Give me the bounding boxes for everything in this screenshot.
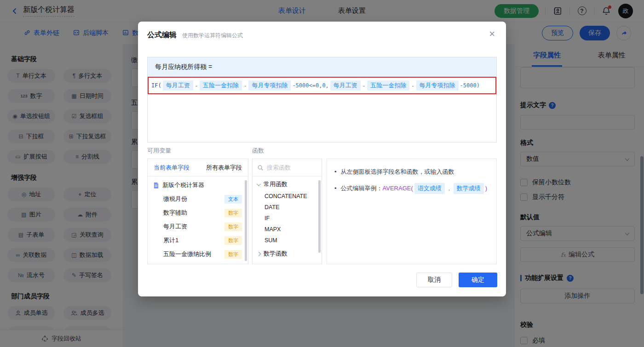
variable-field-row[interactable]: 数字辅助数字 xyxy=(148,206,248,220)
help-example-chip: 数学成绩 xyxy=(454,183,484,194)
formula-box: 每月应纳税所得额 = IF(每月工资-五险一金扣除-每月专项扣除-5000<=0… xyxy=(147,57,497,142)
function-item[interactable]: MAPX xyxy=(253,224,322,235)
variable-field-name: 缴税月份 xyxy=(163,195,187,203)
help-example-comma: ， xyxy=(446,184,452,193)
function-group-label: 数学函数 xyxy=(264,250,288,258)
close-icon[interactable] xyxy=(489,29,495,39)
variable-field-name: 五险一金缴纳比例 xyxy=(163,250,211,258)
available-variables-label: 可用变量 xyxy=(147,147,171,155)
formula-code-token: -5000) xyxy=(460,82,480,89)
help-tip-1: 从左侧面板选择字段名和函数，或输入函数 xyxy=(341,167,454,176)
variables-panel: 当前表单字段 所有表单字段 新版个税计算器 缴税月份文本数字辅助数字每月工资数字… xyxy=(147,159,248,264)
function-tree: 常用函数CONCATENATEDATEIFMAPXSUM数学函数文本函数 xyxy=(253,178,322,264)
help-panel: 从左侧面板选择字段名和函数，或输入函数 公式编辑举例： AVERAGE( 语文成… xyxy=(327,159,497,264)
variable-field-row[interactable]: 缴税月份文本 xyxy=(148,192,248,206)
function-item[interactable]: CONCATENATE xyxy=(253,191,322,202)
chevron-right-icon xyxy=(257,251,261,256)
variable-field-name: 数字辅助 xyxy=(163,209,187,217)
help-example-close: ) xyxy=(485,184,487,193)
function-group[interactable]: 文本函数 xyxy=(253,262,322,264)
chevron-down-icon xyxy=(257,182,261,186)
function-item[interactable]: IF xyxy=(253,213,322,224)
functions-label: 函数 xyxy=(252,147,264,155)
variable-tree-root[interactable]: 新版个税计算器 xyxy=(148,178,248,192)
field-type-badge: 数字 xyxy=(224,250,242,259)
functions-panel: 常用函数CONCATENATEDATEIFMAPXSUM数学函数文本函数 xyxy=(252,159,322,264)
modal-title: 公式编辑 xyxy=(147,30,177,40)
formula-code-token: IF( xyxy=(151,82,161,89)
function-item[interactable]: DATE xyxy=(253,202,322,213)
formula-field-chip[interactable]: 每月工资 xyxy=(330,80,361,91)
variable-field-list: 缴税月份文本数字辅助数字每月工资数字累计1数字五险一金缴纳比例数字五险一金扣除数… xyxy=(148,192,248,264)
formula-code-token: - xyxy=(196,82,197,89)
formula-field-chip[interactable]: 每月专项扣除 xyxy=(248,80,291,91)
variable-field-row[interactable]: 每月工资数字 xyxy=(148,220,248,233)
function-group[interactable]: 数学函数 xyxy=(253,247,322,260)
tab-current-form-fields[interactable]: 当前表单字段 xyxy=(154,164,190,172)
field-type-badge: 文本 xyxy=(224,195,242,204)
formula-field-chip[interactable]: 每月专项扣除 xyxy=(416,80,459,91)
help-example-function: AVERAGE( xyxy=(383,184,413,193)
function-group-label: 常用函数 xyxy=(264,180,288,188)
variable-field-name: 累计1 xyxy=(163,236,178,245)
formula-result-label: 每月应纳税所得额 = xyxy=(148,57,496,77)
formula-field-chip[interactable]: 五险一金扣除 xyxy=(367,80,409,91)
variables-scrollbar[interactable] xyxy=(245,180,247,261)
function-search-input[interactable] xyxy=(267,164,313,171)
variable-field-row[interactable]: 五险一金缴纳比例数字 xyxy=(148,247,248,261)
variable-field-row[interactable]: 累计1数字 xyxy=(148,233,248,247)
form-doc-icon xyxy=(153,182,159,189)
help-example-prefix: 公式编辑举例： xyxy=(341,184,383,193)
confirm-button[interactable]: 确定 xyxy=(459,273,497,287)
functions-scrollbar[interactable] xyxy=(318,180,321,253)
search-icon xyxy=(257,165,264,171)
field-type-badge: 数字 xyxy=(224,264,242,265)
field-type-badge: 数字 xyxy=(224,236,242,245)
variable-field-row[interactable]: 五险一金扣除数字 xyxy=(148,261,248,264)
function-item[interactable]: SUM xyxy=(253,235,322,246)
variable-field-name: 五险一金扣除 xyxy=(163,264,199,264)
help-example-chip: 语文成绩 xyxy=(414,183,445,194)
variable-field-name: 每月工资 xyxy=(163,222,187,231)
formula-code-token: -5000<=0,0, xyxy=(292,82,328,89)
variable-root-label: 新版个税计算器 xyxy=(162,181,204,189)
field-type-badge: 数字 xyxy=(224,209,242,217)
function-group[interactable]: 常用函数 xyxy=(253,178,322,191)
cancel-button[interactable]: 取消 xyxy=(416,273,452,287)
modal-subtitle: 使用数学运算符编辑公式 xyxy=(182,32,243,40)
formula-code-token: - xyxy=(244,82,246,89)
tab-all-form-fields[interactable]: 所有表单字段 xyxy=(206,164,242,172)
function-group-label: 文本函数 xyxy=(264,264,288,264)
formula-expression[interactable]: IF(每月工资-五险一金扣除-每月专项扣除-5000<=0,0,每月工资-五险一… xyxy=(151,80,480,91)
formula-field-chip[interactable]: 五险一金扣除 xyxy=(200,80,242,91)
formula-code-token: - xyxy=(412,82,414,89)
formula-field-chip[interactable]: 每月工资 xyxy=(163,80,193,91)
function-search xyxy=(253,159,322,176)
formula-editor-modal: 公式编辑 使用数学运算符编辑公式 每月应纳税所得额 = IF(每月工资-五险一金… xyxy=(138,22,506,296)
formula-highlight-red-box: IF(每月工资-五险一金扣除-每月专项扣除-5000<=0,0,每月工资-五险一… xyxy=(148,77,496,94)
formula-code-token: - xyxy=(363,82,365,89)
field-type-badge: 数字 xyxy=(224,222,242,231)
